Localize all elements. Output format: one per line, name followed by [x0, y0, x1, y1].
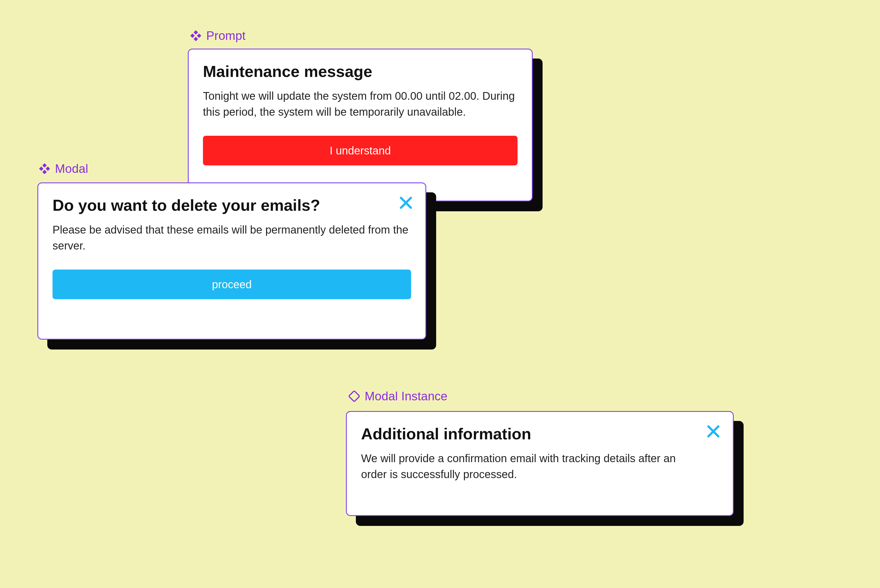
close-icon	[399, 196, 412, 209]
component-label-text: Prompt	[206, 30, 245, 42]
instance-title: Additional information	[361, 425, 719, 442]
component-label-prompt: Prompt	[190, 30, 245, 42]
instance-close-button[interactable]	[706, 424, 721, 439]
component-label-modal-instance: Modal Instance	[349, 390, 447, 402]
svg-rect-2	[349, 391, 360, 402]
modal-card: Do you want to delete your emails? Pleas…	[38, 183, 426, 340]
prompt-body: Tonight we will update the system from 0…	[203, 88, 517, 120]
modal-title: Do you want to delete your emails?	[53, 196, 411, 214]
design-canvas: Prompt Maintenance message Tonight we wi…	[0, 0, 880, 588]
instance-icon	[349, 391, 360, 402]
component-icon	[190, 30, 201, 41]
modal-instance-card: Additional information We will provide a…	[346, 411, 734, 516]
modal-component[interactable]: Do you want to delete your emails? Pleas…	[38, 183, 436, 350]
modal-body: Please be advised that these emails will…	[53, 222, 411, 254]
modal-proceed-button[interactable]: proceed	[53, 270, 411, 299]
prompt-title: Maintenance message	[203, 63, 517, 80]
component-label-text: Modal Instance	[365, 390, 447, 402]
prompt-card: Maintenance message Tonight we will upda…	[188, 49, 533, 201]
close-icon	[707, 425, 720, 438]
component-label-text: Modal	[55, 163, 88, 175]
component-icon	[39, 163, 50, 174]
modal-instance-component[interactable]: Additional information We will provide a…	[346, 411, 744, 526]
modal-close-button[interactable]	[399, 195, 413, 210]
instance-body: We will provide a confirmation email wit…	[361, 450, 699, 482]
prompt-confirm-button[interactable]: I understand	[203, 136, 517, 165]
component-label-modal: Modal	[39, 163, 88, 175]
